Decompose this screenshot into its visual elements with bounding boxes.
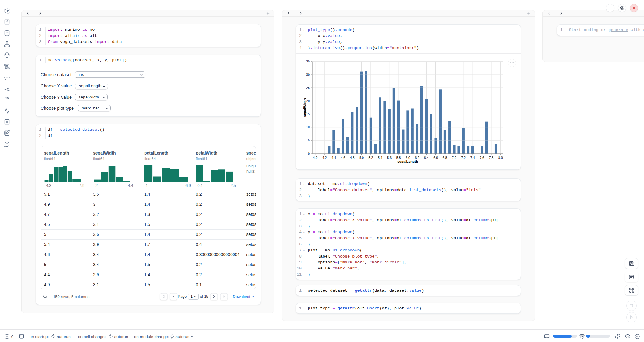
- svg-text:30: 30: [306, 73, 310, 77]
- svg-text:4.2: 4.2: [322, 156, 327, 160]
- svg-text:4.4: 4.4: [331, 156, 336, 160]
- svg-text:7.6: 7.6: [480, 156, 484, 160]
- svg-text:6.6: 6.6: [433, 156, 438, 160]
- svg-text:5.6: 5.6: [387, 156, 392, 160]
- svg-text:6.0: 6.0: [406, 156, 410, 160]
- svg-text:5.8: 5.8: [396, 156, 401, 160]
- svg-text:sepalLength: sepalLength: [397, 160, 418, 163]
- svg-text:6.2: 6.2: [415, 156, 419, 160]
- svg-text:8.0: 8.0: [498, 156, 503, 160]
- svg-text:5: 5: [308, 139, 310, 142]
- svg-text:7.8: 7.8: [489, 156, 493, 160]
- svg-text:7.4: 7.4: [470, 156, 475, 160]
- svg-text:6.4: 6.4: [424, 156, 429, 160]
- svg-text:sepalWidth: sepalWidth: [303, 98, 307, 117]
- svg-text:25: 25: [306, 86, 310, 90]
- svg-text:35: 35: [306, 60, 310, 63]
- svg-text:10: 10: [306, 126, 310, 129]
- svg-text:5.0: 5.0: [359, 156, 364, 160]
- svg-text:5.4: 5.4: [378, 156, 382, 160]
- svg-text:5.2: 5.2: [369, 156, 373, 160]
- svg-text:15: 15: [306, 112, 310, 116]
- svg-text:7.0: 7.0: [452, 156, 456, 160]
- svg-text:4.6: 4.6: [341, 156, 345, 160]
- svg-text:0: 0: [308, 152, 310, 155]
- svg-text:7.2: 7.2: [461, 156, 466, 160]
- svg-text:6.8: 6.8: [443, 156, 447, 160]
- svg-text:4.0: 4.0: [313, 156, 317, 160]
- svg-text:20: 20: [306, 99, 310, 103]
- svg-text:4.8: 4.8: [350, 156, 355, 160]
